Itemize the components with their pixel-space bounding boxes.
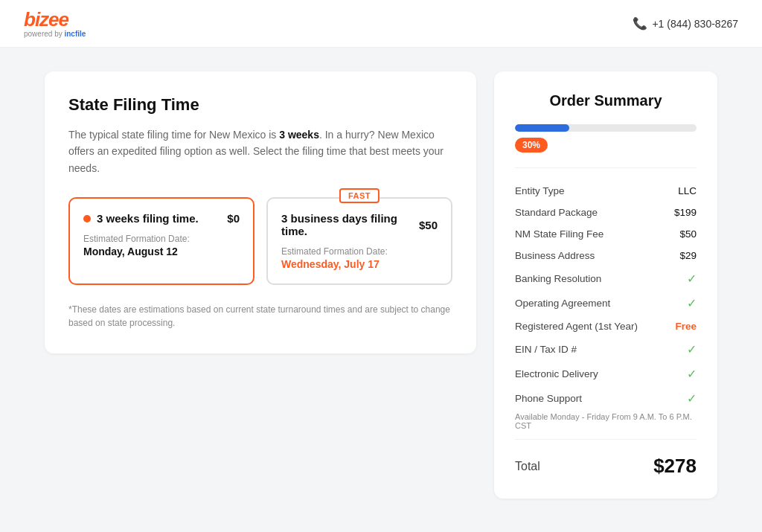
header: bizee powered by incfile 📞 +1 (844) 830-… — [0, 0, 762, 48]
state-fee-value: $50 — [679, 228, 697, 240]
standard-price: $0 — [227, 212, 240, 225]
progress-container: 30% — [515, 124, 697, 153]
state-fee-label: NM State Filing Fee — [515, 228, 603, 240]
order-divider — [515, 439, 697, 440]
registered-agent-label: Registered Agent (1st Year) — [515, 321, 638, 332]
standard-package-value: $199 — [674, 207, 697, 218]
ein-label: EIN / Tax ID # — [515, 344, 577, 355]
order-row-ein: EIN / Tax ID # ✓ — [515, 337, 697, 362]
desc-bold: 3 weeks — [279, 129, 319, 141]
entity-type-label: Entity Type — [515, 185, 565, 196]
order-row-registered-agent: Registered Agent (1st Year) Free — [515, 315, 697, 337]
bottom-nav: ← Back NEXT — [0, 522, 762, 532]
card-title-row-fast: 3 business days filing time. — [281, 212, 419, 237]
registered-agent-value: Free — [675, 321, 697, 332]
progress-track — [515, 124, 697, 132]
phone-area[interactable]: 📞 +1 (844) 830-8267 — [633, 16, 738, 31]
logo-bizee: bizee — [24, 10, 86, 29]
standard-est-label: Estimated Formation Date: — [83, 234, 240, 244]
standard-title: 3 weeks filing time. — [97, 212, 199, 225]
progress-fill — [515, 124, 569, 132]
card-top-fast: 3 business days filing time. $50 — [281, 212, 438, 237]
order-row-banking: Banking Resolution ✓ — [515, 266, 697, 291]
order-row-state-fee: NM State Filing Fee $50 — [515, 223, 697, 245]
order-row-business-address: Business Address $29 — [515, 245, 697, 266]
desc-part1: The typical state filing time for New Me… — [68, 129, 279, 141]
banking-resolution-check: ✓ — [687, 272, 697, 286]
fast-price: $50 — [419, 219, 438, 231]
fast-date: Wednesday, July 17 — [281, 258, 438, 270]
selected-dot — [83, 215, 91, 222]
operating-agreement-label: Operating Agreement — [515, 298, 610, 309]
section-description: The typical state filing time for New Me… — [68, 126, 452, 176]
card-top-standard: 3 weeks filing time. $0 — [83, 212, 240, 225]
filing-card-fast[interactable]: FAST 3 business days filing time. $50 Es… — [266, 197, 452, 285]
order-items: Entity Type LLC Standard Package $199 NM… — [515, 167, 697, 478]
order-summary-title: Order Summary — [515, 92, 697, 109]
ein-check: ✓ — [687, 342, 697, 356]
phone-support-check: ✓ — [687, 391, 697, 406]
electronic-delivery-check: ✓ — [687, 367, 697, 381]
progress-badge: 30% — [515, 138, 548, 153]
phone-number: +1 (844) 830-8267 — [652, 18, 738, 30]
entity-type-value: LLC — [678, 185, 697, 196]
operating-agreement-check: ✓ — [687, 296, 697, 310]
left-panel: State Filing Time The typical state fili… — [45, 71, 476, 353]
order-row-package: Standard Package $199 — [515, 202, 697, 223]
phone-support-note: Available Monday - Friday From 9 A.M. To… — [515, 412, 697, 430]
logo-powered: powered by incfile — [24, 31, 86, 38]
total-value: $278 — [653, 455, 697, 478]
order-row-operating: Operating Agreement ✓ — [515, 291, 697, 315]
order-summary-panel: Order Summary 30% Entity Type LLC Standa… — [494, 71, 717, 499]
fast-est-label: Estimated Formation Date: — [281, 246, 438, 257]
standard-date: Monday, August 12 — [83, 246, 240, 257]
main-content: State Filing Time The typical state fili… — [0, 48, 762, 522]
order-row-phone-support: Phone Support ✓ — [515, 386, 697, 411]
card-title-row-standard: 3 weeks filing time. — [83, 212, 199, 225]
phone-icon: 📞 — [633, 16, 647, 31]
standard-package-label: Standard Package — [515, 207, 598, 218]
filing-options: 3 weeks filing time. $0 Estimated Format… — [68, 197, 452, 285]
business-address-label: Business Address — [515, 250, 595, 261]
order-row-electronic-delivery: Electronic Delivery ✓ — [515, 362, 697, 386]
order-total-row: Total $278 — [515, 449, 697, 478]
logo: bizee powered by incfile — [24, 10, 86, 38]
fast-title: 3 business days filing time. — [281, 212, 419, 237]
electronic-delivery-label: Electronic Delivery — [515, 368, 598, 379]
total-label: Total — [515, 460, 540, 473]
section-title: State Filing Time — [68, 95, 452, 115]
fast-badge: FAST — [339, 188, 380, 203]
business-address-value: $29 — [679, 250, 697, 261]
banking-resolution-label: Banking Resolution — [515, 273, 601, 284]
order-row-entity: Entity Type LLC — [515, 180, 697, 202]
phone-support-label: Phone Support — [515, 393, 582, 404]
disclaimer: *These dates are estimations based on cu… — [68, 303, 452, 330]
logo-b-accent: b — [24, 8, 35, 31]
filing-card-standard[interactable]: 3 weeks filing time. $0 Estimated Format… — [68, 197, 254, 285]
